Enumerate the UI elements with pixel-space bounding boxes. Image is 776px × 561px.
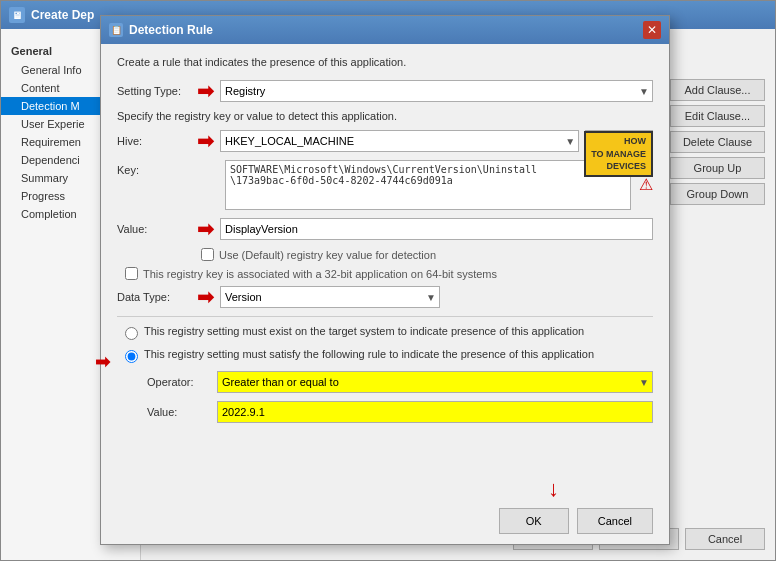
watermark-how: HOW	[591, 135, 646, 148]
radio2-input[interactable]	[125, 350, 138, 363]
value-label: Value:	[117, 223, 197, 235]
arrow-radio2: ➡	[95, 351, 110, 373]
bg-title-icon: 🖥	[9, 7, 25, 23]
cancel-button[interactable]: Cancel	[577, 508, 653, 534]
group-down-button[interactable]: Group Down	[670, 183, 765, 205]
radio1-label: This registry setting must exist on the …	[144, 325, 584, 337]
default-checkbox[interactable]	[201, 248, 214, 261]
arrow-setting-type: ➡	[197, 81, 214, 101]
dialog-title-icon: 📋	[109, 23, 123, 37]
operator-label: Operator:	[147, 376, 217, 388]
dialog-body: Create a rule that indicates the presenc…	[101, 44, 669, 443]
radio2-row: This registry setting must satisfy the f…	[117, 348, 653, 363]
add-clause-button[interactable]: Add Clause...	[670, 79, 765, 101]
dialog-footer: OK Cancel	[499, 508, 653, 534]
radio1-row: This registry setting must exist on the …	[117, 325, 653, 340]
hive-label: Hive:	[117, 135, 197, 147]
side-action-buttons: Add Clause... Edit Clause... Delete Clau…	[670, 79, 765, 205]
edit-clause-button[interactable]: Edit Clause...	[670, 105, 765, 127]
delete-clause-button[interactable]: Delete Clause	[670, 131, 765, 153]
dialog-title-text: Detection Rule	[129, 23, 213, 37]
arrow-data-type: ➡	[197, 287, 214, 307]
bg-title-label: Create Dep	[31, 8, 94, 22]
value-sub-label: Value:	[147, 406, 217, 418]
setting-type-select[interactable]: Registry File System Windows Installer	[220, 80, 653, 102]
group-up-button[interactable]: Group Up	[670, 157, 765, 179]
dialog-description: Create a rule that indicates the presenc…	[117, 56, 653, 68]
setting-type-label: Setting Type:	[117, 85, 197, 97]
default-checkbox-label: Use (Default) registry key value for det…	[219, 249, 436, 261]
value-sub-row: Value:	[117, 401, 653, 423]
32bit-checkbox-row: This registry key is associated with a 3…	[125, 267, 653, 280]
value-row: Value: ➡	[117, 218, 653, 240]
hive-select[interactable]: HKEY_LOCAL_MACHINE HKEY_CURRENT_USER	[220, 130, 579, 152]
key-error-icon: ⚠	[639, 175, 653, 194]
watermark: HOW TO MANAGE DEVICES	[584, 131, 653, 177]
bg-cancel-button[interactable]: Cancel	[685, 528, 765, 550]
watermark-devices: DEVICES	[591, 160, 646, 173]
operator-row: Operator: Greater than or equal to Equal…	[117, 371, 653, 393]
radio2-label: This registry setting must satisfy the f…	[144, 348, 594, 360]
data-type-label: Data Type:	[117, 291, 197, 303]
key-label: Key:	[117, 160, 197, 176]
dialog-title-bar: 📋 Detection Rule ✕	[101, 16, 669, 44]
operator-select[interactable]: Greater than or equal to Equal to Not eq…	[217, 371, 653, 393]
key-textarea[interactable]: SOFTWARE\Microsoft\Windows\CurrentVersio…	[225, 160, 631, 210]
setting-type-row: Setting Type: ➡ Registry File System Win…	[117, 80, 653, 102]
32bit-checkbox[interactable]	[125, 267, 138, 280]
radio1-input[interactable]	[125, 327, 138, 340]
arrow-hive: ➡	[197, 131, 214, 151]
detection-rule-dialog: 📋 Detection Rule ✕ Create a rule that in…	[100, 15, 670, 545]
arrow-value: ➡	[197, 219, 214, 239]
specify-text: Specify the registry key or value to det…	[117, 110, 653, 122]
data-type-select[interactable]: Version String Integer Float	[220, 286, 440, 308]
close-button[interactable]: ✕	[643, 21, 661, 39]
value-sub-input[interactable]	[217, 401, 653, 423]
value-input[interactable]	[220, 218, 653, 240]
32bit-checkbox-label: This registry key is associated with a 3…	[143, 268, 497, 280]
radio2-container: ➡ This registry setting must satisfy the…	[117, 348, 653, 363]
watermark-tomanage: TO MANAGE	[591, 148, 646, 161]
ok-button[interactable]: OK	[499, 508, 569, 534]
hive-row: Hive: ➡ HKEY_LOCAL_MACHINE HKEY_CURRENT_…	[117, 130, 653, 152]
key-row: Key: SOFTWARE\Microsoft\Windows\CurrentV…	[117, 160, 653, 210]
data-type-row: Data Type: ➡ Version String Integer Floa…	[117, 286, 653, 308]
arrow-ok: ↓	[548, 476, 559, 502]
default-checkbox-row: Use (Default) registry key value for det…	[201, 248, 653, 261]
